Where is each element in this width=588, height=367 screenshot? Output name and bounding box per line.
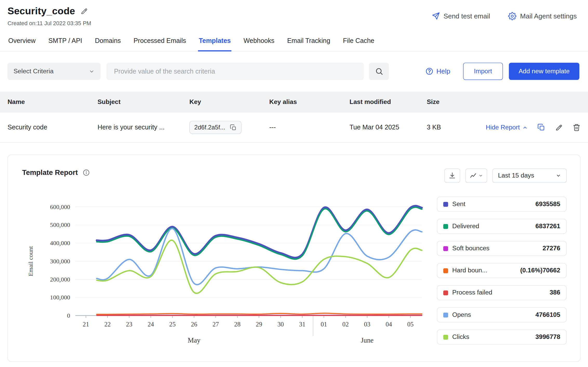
tab-processed-emails[interactable]: Processed Emails bbox=[133, 35, 187, 51]
search-button[interactable] bbox=[369, 63, 389, 80]
legend-item-clicks[interactable]: Clicks3996778 bbox=[437, 330, 567, 345]
legend-item-hard-boun[interactable]: Hard boun...(0.16%)70662 bbox=[437, 263, 567, 278]
legend-label: Sent bbox=[452, 200, 465, 208]
svg-text:29: 29 bbox=[256, 321, 262, 328]
chevron-down-icon bbox=[478, 173, 483, 178]
header-actions: Send test email Mail Agent settings bbox=[432, 12, 577, 20]
pencil-icon[interactable] bbox=[81, 7, 88, 15]
table-row: Security code Here is your security ... … bbox=[0, 113, 588, 143]
svg-text:100,000: 100,000 bbox=[50, 294, 70, 301]
question-circle-icon bbox=[425, 67, 433, 75]
delete-template-icon[interactable] bbox=[573, 123, 580, 131]
help-link[interactable]: Help bbox=[425, 67, 450, 75]
legend-value: 6837261 bbox=[536, 222, 560, 230]
page-header: Security_code Created on:11 Jul 2022 03:… bbox=[0, 0, 588, 26]
template-report-chart: 0100,000200,000300,000400,000500,000600,… bbox=[23, 193, 435, 347]
template-key-chip[interactable]: 2d6f.2a5f... bbox=[189, 121, 241, 134]
date-range-value: Last 15 days bbox=[498, 172, 534, 179]
tab-templates[interactable]: Templates bbox=[198, 35, 232, 51]
legend-label: Opens bbox=[452, 311, 471, 319]
duplicate-template-icon[interactable] bbox=[537, 123, 545, 131]
mail-agent-templates-page: Security_code Created on:11 Jul 2022 03:… bbox=[0, 0, 588, 367]
chart-legend: Sent6935585Delivered6837261Soft bounces2… bbox=[437, 197, 567, 345]
svg-text:0: 0 bbox=[67, 312, 70, 319]
template-report-card: Template Report Last 15 days bbox=[8, 155, 580, 362]
svg-text:300,000: 300,000 bbox=[50, 258, 70, 265]
send-test-email-label: Send test email bbox=[444, 12, 490, 20]
download-icon bbox=[449, 172, 456, 179]
search-input[interactable] bbox=[106, 63, 364, 80]
legend-item-soft-bounces[interactable]: Soft bounces27276 bbox=[437, 241, 567, 256]
column-header-last-modified: Last modified bbox=[350, 98, 427, 106]
template-size: 3 KB bbox=[427, 123, 465, 131]
tab-webhooks[interactable]: Webhooks bbox=[243, 35, 275, 51]
info-circle-icon[interactable] bbox=[82, 169, 90, 176]
row-actions: Hide Report bbox=[465, 123, 580, 131]
criteria-select[interactable]: Select Criteria bbox=[8, 63, 101, 80]
mail-agent-settings-label: Mail Agent settings bbox=[520, 12, 577, 20]
svg-text:22: 22 bbox=[104, 321, 111, 328]
tab-smtp-api[interactable]: SMTP / API bbox=[48, 35, 83, 51]
report-title: Template Report bbox=[22, 168, 78, 177]
legend-label: Process failed bbox=[452, 289, 492, 297]
gear-icon bbox=[508, 12, 516, 20]
legend-item-process-failed[interactable]: Process failed386 bbox=[437, 285, 567, 300]
legend-value: 4766105 bbox=[536, 311, 560, 319]
paper-plane-icon bbox=[432, 12, 440, 20]
legend-color-chip bbox=[443, 335, 448, 339]
svg-text:02: 02 bbox=[342, 321, 349, 328]
svg-text:26: 26 bbox=[191, 321, 197, 328]
copy-icon[interactable] bbox=[230, 124, 236, 131]
template-last-modified: Tue Mar 04 2025 bbox=[350, 123, 427, 131]
date-range-select[interactable]: Last 15 days bbox=[492, 168, 567, 183]
magnifier-icon bbox=[375, 67, 383, 75]
mail-agent-settings-button[interactable]: Mail Agent settings bbox=[508, 12, 577, 20]
legend-color-chip bbox=[443, 202, 448, 207]
tab-bar: OverviewSMTP / APIDomainsProcessed Email… bbox=[0, 35, 588, 51]
import-button[interactable]: Import bbox=[463, 63, 503, 80]
tab-overview[interactable]: Overview bbox=[8, 35, 36, 51]
svg-text:05: 05 bbox=[407, 321, 414, 328]
page: Security_code Created on:11 Jul 2022 03:… bbox=[0, 0, 588, 367]
template-name: Security code bbox=[8, 123, 98, 131]
legend-value: 3996778 bbox=[536, 333, 560, 341]
legend-item-sent[interactable]: Sent6935585 bbox=[437, 197, 567, 212]
svg-text:28: 28 bbox=[234, 321, 241, 328]
legend-label: Soft bounces bbox=[452, 245, 489, 252]
tab-email-tracking[interactable]: Email Tracking bbox=[286, 35, 331, 51]
legend-color-chip bbox=[443, 246, 448, 251]
report-controls: Last 15 days bbox=[444, 168, 567, 183]
template-subject: Here is your security ... bbox=[97, 123, 189, 131]
criteria-select-value: Select Criteria bbox=[14, 68, 54, 75]
legend-value: (0.16%)70662 bbox=[520, 267, 560, 274]
filter-row: Select Criteria Help Import Add new temp… bbox=[0, 63, 588, 80]
svg-text:03: 03 bbox=[364, 321, 370, 328]
chart-type-select[interactable] bbox=[465, 168, 487, 183]
legend-value: 386 bbox=[550, 289, 560, 297]
legend-label: Delivered bbox=[452, 222, 479, 230]
hide-report-label: Hide Report bbox=[486, 124, 520, 131]
chevron-up-icon bbox=[522, 125, 527, 130]
svg-text:27: 27 bbox=[212, 321, 219, 328]
legend-value: 27276 bbox=[543, 245, 560, 252]
table-header: Name Subject Key Key alias Last modified… bbox=[0, 91, 588, 113]
legend-item-delivered[interactable]: Delivered6837261 bbox=[437, 219, 567, 234]
column-header-key: Key bbox=[189, 98, 269, 106]
column-header-name: Name bbox=[8, 98, 98, 106]
legend-item-opens[interactable]: Opens4766105 bbox=[437, 307, 567, 323]
svg-text:25: 25 bbox=[169, 321, 176, 328]
download-report-button[interactable] bbox=[444, 168, 460, 183]
add-new-template-button[interactable]: Add new template bbox=[509, 63, 579, 80]
template-key-value: 2d6f.2a5f... bbox=[194, 124, 225, 131]
svg-text:500,000: 500,000 bbox=[50, 221, 70, 228]
column-header-key-alias: Key alias bbox=[269, 98, 350, 106]
svg-text:31: 31 bbox=[299, 321, 306, 328]
send-test-email-button[interactable]: Send test email bbox=[432, 12, 490, 20]
tab-domains[interactable]: Domains bbox=[94, 35, 122, 51]
edit-template-icon[interactable] bbox=[555, 123, 563, 131]
tab-file-cache[interactable]: File Cache bbox=[342, 35, 375, 51]
chevron-down-icon bbox=[556, 173, 561, 178]
hide-report-toggle[interactable]: Hide Report bbox=[486, 124, 527, 131]
svg-text:24: 24 bbox=[148, 321, 154, 328]
legend-label: Hard boun... bbox=[452, 267, 487, 274]
